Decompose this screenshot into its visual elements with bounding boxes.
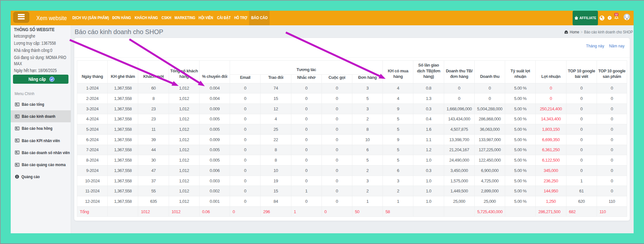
svg-text:12: 12: [615, 13, 618, 16]
svg-text:?: ?: [609, 16, 611, 19]
